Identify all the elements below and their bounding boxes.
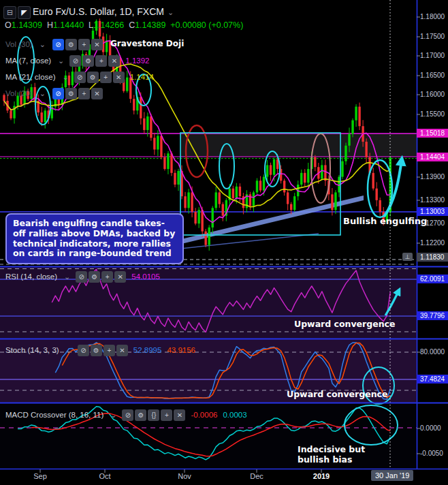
candle-body [167,153,169,169]
stoch-k-value: 52.8995 [133,346,162,354]
settings-icon[interactable]: ⚙ [82,55,94,67]
close-icon[interactable]: ✕ [113,72,125,83]
add-icon[interactable]: + [103,345,115,356]
hide-icon[interactable]: ⊘ [122,409,133,421]
add-icon[interactable]: + [101,271,113,283]
chevron-down-icon: ⌄ [39,40,46,49]
macd-header-row[interactable]: MACD Crossover (8, 16, 11) ⌄ ⊘ ⚙ {} + ✕ … [5,409,247,421]
open-value: 1.14309 [12,20,42,30]
range-zone-rect[interactable] [180,134,417,157]
stoch-header-row[interactable]: Stoch (14, 3, 3) ⌄ ⊘ ⚙ + ✕ 52.8995 43.91… [5,344,195,356]
chevron-down-icon: ⌄ [110,411,116,420]
high-label: H [47,20,53,30]
candle-body [146,116,148,130]
scale-reset-icon[interactable]: ⊥ [402,253,413,261]
legend-row-ma21[interactable]: MA (21, close) ⌄ ⊘ ⚙ + ✕ 1.1414 [5,71,154,83]
change-value: +0.00080 (+0.07%) [170,20,243,30]
candle-body [194,212,196,223]
candle-body [184,196,186,208]
candle-body [365,142,367,157]
candle-body [372,173,374,189]
candle-body [133,99,135,110]
candle-body [239,187,241,196]
close-icon[interactable]: ✕ [91,39,103,50]
chevron-down-icon: ⌄ [64,272,70,281]
stoch-label: Stoch (14, 3, 3) [5,346,59,354]
candle-body [304,173,306,183]
chevron-down-icon: ⌄ [39,89,46,98]
hide-icon[interactable]: ⊘ [76,271,87,283]
candle-body [314,157,316,167]
candle-body [358,107,360,127]
hide-icon[interactable]: ⊘ [52,39,64,50]
add-icon[interactable]: + [95,55,107,67]
close-icon[interactable]: ✕ [114,271,126,283]
candle-body [222,204,224,216]
candle-body [215,192,217,208]
close-icon[interactable]: ✕ [91,88,103,99]
add-icon[interactable]: + [78,39,90,50]
time-axis-label: Sep [33,472,47,480]
symbol-title[interactable]: Euro Fx/U.S. Dollar, 1D, FXCM [33,6,164,17]
collapse-legend-button[interactable]: ⊟ [3,6,16,19]
candle-body [324,165,326,181]
add-icon[interactable]: + [161,409,172,421]
legend-row-vol30[interactable]: Vol (30) ⌄ ⊘ ⚙ + ✕ [5,38,103,50]
source-code-icon[interactable]: {} [148,409,159,421]
candle-body [236,187,238,198]
candle-body [143,119,145,130]
low-value: 1.14266 [93,20,124,30]
close-icon[interactable]: ✕ [108,55,120,67]
price-axis-label: 1.13900 [420,172,445,181]
price-axis-label: 1.14404 [417,153,448,161]
candle-body [283,181,285,192]
settings-icon[interactable]: ⚙ [65,39,77,50]
settings-icon[interactable]: ⚙ [89,271,100,283]
candle-body [273,159,275,175]
candle-body [150,116,152,138]
tradingview-chart-window: { "icons": {"hide":"⊘","settings":"⚙","a… [0,0,448,485]
rsi-annotation: Upward convergence [294,319,395,329]
symbol-title-row[interactable]: Euro Fx/U.S. Dollar, 1D, FXCM⌄ [33,5,174,18]
candle-body [10,110,12,118]
settings-icon[interactable]: ⚙ [65,88,77,99]
candle-body [331,194,333,210]
price-axis-label: 1.16000 [420,90,445,99]
add-icon[interactable]: + [78,88,90,99]
candle-body [321,165,323,178]
add-icon[interactable]: + [100,72,112,83]
bullish-engulfing-label: Bullish engulfing [343,216,427,226]
candle-body [197,210,199,223]
hide-icon[interactable]: ⊘ [69,55,81,67]
price-axis-label: 62.0091 [417,275,448,283]
close-icon[interactable]: ✕ [116,345,128,356]
close-value: 1.14389 [135,20,165,30]
settings-icon[interactable]: ⚙ [87,72,99,83]
chevron-down-icon: ⌄ [63,73,69,82]
candle-body [375,189,377,200]
candle-body [351,121,353,134]
candle-body [270,165,272,174]
candle-body [300,173,302,185]
candle-body [187,192,189,208]
candle-body [212,208,214,228]
legend-row-ma7[interactable]: MA (7, close) ⌄ ⊘ ⚙ + ✕ 1.1392 [5,54,150,67]
time-axis-label: Oct [99,472,110,480]
settings-icon[interactable]: ⚙ [135,409,146,421]
stoch-annotation: Upward convergence [287,389,387,399]
analysis-note-box[interactable]: Bearish engulfing candle takes-off ralli… [5,213,184,264]
close-icon[interactable]: ✕ [174,409,185,421]
hide-icon[interactable]: ⊘ [52,88,64,99]
close-label: C [129,20,135,30]
settings-icon[interactable]: ⚙ [91,345,102,356]
time-axis-label: 2019 [313,472,330,480]
legend-row-vol20[interactable]: Vol (20) ⌄ ⊘ ⚙ + ✕ [5,87,103,99]
candle-body [355,107,357,121]
candle-body [266,165,268,176]
hide-icon[interactable]: ⊘ [78,345,89,356]
macd-annotation: Indecisive but bullish bias [298,444,365,465]
price-axis-label: 1.15018 [417,129,448,138]
price-axis-label: 37.4824 [417,375,448,384]
rsi-header-row[interactable]: RSI (14, close) ⌄ ⊘ ⚙ + ✕ 54.0105 [5,270,160,283]
hide-icon[interactable]: ⊘ [74,72,86,83]
